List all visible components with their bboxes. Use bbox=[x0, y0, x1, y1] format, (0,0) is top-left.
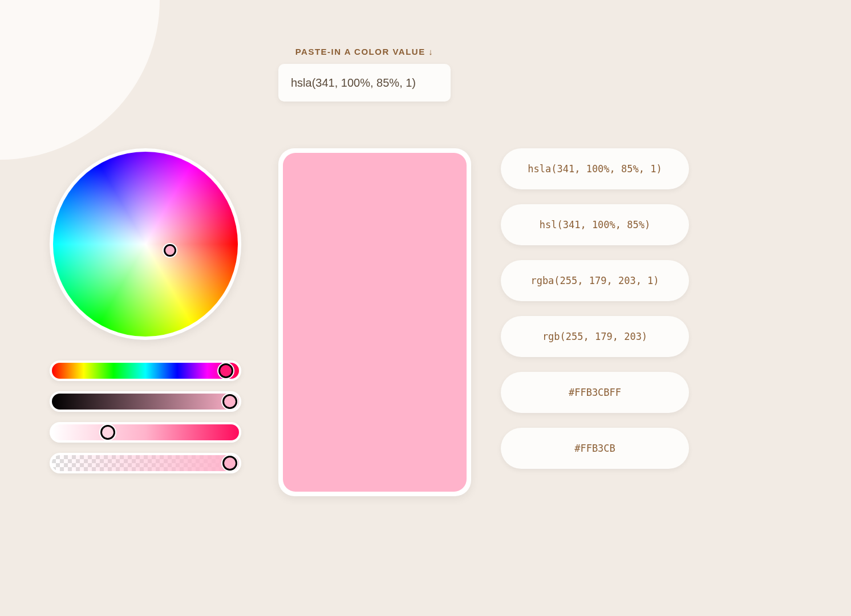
color-swatch bbox=[283, 153, 467, 492]
picker-column bbox=[50, 148, 241, 473]
format-hex8[interactable]: #FFB3CBFF bbox=[501, 372, 689, 413]
saturation-slider[interactable] bbox=[50, 422, 241, 443]
formats-column: hsla(341, 100%, 85%, 1) hsl(341, 100%, 8… bbox=[501, 148, 689, 469]
color-input[interactable] bbox=[278, 64, 451, 102]
lightness-slider-knob[interactable] bbox=[222, 394, 237, 409]
hue-slider-knob[interactable] bbox=[218, 363, 233, 378]
color-wheel[interactable] bbox=[50, 148, 241, 340]
format-rgb[interactable]: rgb(255, 179, 203) bbox=[501, 316, 689, 357]
background-blob bbox=[0, 0, 160, 160]
color-swatch-frame bbox=[278, 148, 471, 496]
format-rgba[interactable]: rgba(255, 179, 203, 1) bbox=[501, 260, 689, 301]
saturation-slider-knob[interactable] bbox=[100, 425, 115, 440]
alpha-slider[interactable] bbox=[50, 453, 241, 473]
lightness-slider[interactable] bbox=[50, 391, 241, 412]
color-wheel-cursor[interactable] bbox=[164, 244, 176, 257]
hue-slider[interactable] bbox=[50, 360, 241, 381]
color-input-label: PASTE-IN A COLOR VALUE ↓ bbox=[278, 47, 451, 56]
alpha-slider-knob[interactable] bbox=[222, 456, 237, 471]
format-hsl[interactable]: hsl(341, 100%, 85%) bbox=[501, 204, 689, 245]
format-hsla[interactable]: hsla(341, 100%, 85%, 1) bbox=[501, 148, 689, 189]
format-hex6[interactable]: #FFB3CB bbox=[501, 428, 689, 469]
